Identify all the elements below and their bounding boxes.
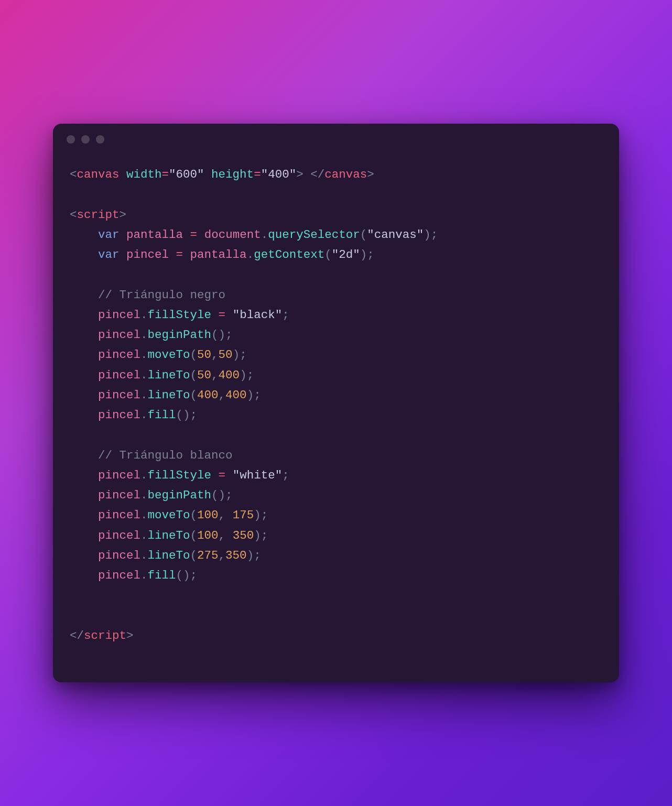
code-line: pincel.fillStyle = "black";	[70, 308, 289, 322]
traffic-light-minimize[interactable]	[81, 135, 90, 144]
traffic-light-zoom[interactable]	[96, 135, 104, 144]
code-line: pincel.fillStyle = "white";	[70, 469, 289, 482]
window-titlebar	[53, 124, 619, 149]
code-line: <canvas width="600" height="400"> </canv…	[70, 168, 374, 181]
code-line: pincel.beginPath();	[70, 328, 233, 342]
code-window: <canvas width="600" height="400"> </canv…	[53, 124, 619, 682]
code-line: // Triángulo negro	[70, 288, 225, 302]
code-line: pincel.moveTo(50,50);	[70, 348, 247, 362]
code-line: pincel.beginPath();	[70, 488, 233, 502]
code-line: var pincel = pantalla.getContext("2d");	[70, 248, 374, 262]
code-line: // Triángulo blanco	[70, 449, 233, 462]
code-line: pincel.lineTo(400,400);	[70, 388, 261, 402]
code-line: pincel.fill();	[70, 569, 197, 582]
code-line: pincel.lineTo(50,400);	[70, 368, 254, 382]
code-line: var pantalla = document.querySelector("c…	[70, 228, 438, 242]
code-line: pincel.lineTo(275,350);	[70, 549, 261, 562]
code-line: pincel.moveTo(100, 175);	[70, 508, 268, 522]
code-line: <script>	[70, 208, 126, 222]
code-line: </script>	[70, 629, 134, 642]
code-line: pincel.fill();	[70, 408, 197, 422]
traffic-light-close[interactable]	[67, 135, 75, 144]
code-editor[interactable]: <canvas width="600" height="400"> </canv…	[53, 149, 619, 682]
code-line: pincel.lineTo(100, 350);	[70, 529, 268, 542]
